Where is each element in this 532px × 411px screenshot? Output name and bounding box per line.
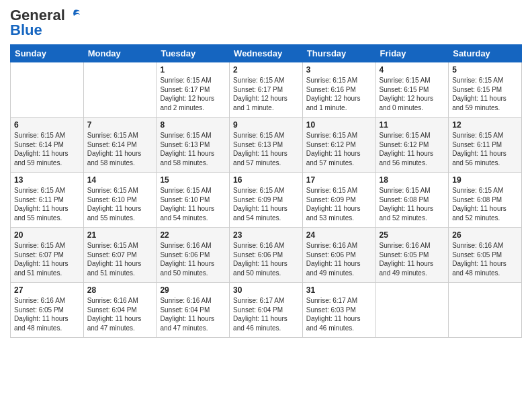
calendar-cell: 17Sunrise: 6:15 AM Sunset: 6:09 PM Dayli… — [302, 173, 375, 228]
day-info: Sunrise: 6:16 AM Sunset: 6:05 PM Dayligh… — [380, 241, 445, 277]
calendar-cell: 27Sunrise: 6:16 AM Sunset: 6:05 PM Dayli… — [11, 283, 84, 338]
calendar-cell: 24Sunrise: 6:16 AM Sunset: 6:06 PM Dayli… — [302, 228, 375, 283]
calendar-week-row: 1Sunrise: 6:15 AM Sunset: 6:17 PM Daylig… — [11, 62, 522, 118]
calendar-cell: 20Sunrise: 6:15 AM Sunset: 6:07 PM Dayli… — [11, 228, 84, 283]
day-number: 7 — [87, 120, 153, 130]
col-tuesday: Tuesday — [157, 45, 230, 62]
day-info: Sunrise: 6:15 AM Sunset: 6:11 PM Dayligh… — [14, 186, 80, 222]
calendar-cell: 2Sunrise: 6:15 AM Sunset: 6:17 PM Daylig… — [230, 62, 303, 118]
day-number: 29 — [160, 285, 226, 295]
day-info: Sunrise: 6:15 AM Sunset: 6:10 PM Dayligh… — [160, 186, 226, 222]
day-number: 25 — [380, 230, 445, 240]
day-number: 11 — [380, 120, 445, 130]
day-number: 9 — [233, 120, 299, 130]
calendar-cell: 23Sunrise: 6:16 AM Sunset: 6:06 PM Dayli… — [230, 228, 303, 283]
calendar-cell: 26Sunrise: 6:16 AM Sunset: 6:05 PM Dayli… — [449, 228, 522, 283]
day-number: 17 — [306, 175, 372, 185]
calendar-cell — [375, 283, 449, 338]
day-number: 18 — [380, 175, 445, 185]
calendar-cell — [11, 62, 84, 118]
logo: General Blue — [10, 7, 81, 39]
calendar-cell: 12Sunrise: 6:15 AM Sunset: 6:11 PM Dayli… — [449, 118, 522, 173]
calendar-week-row: 20Sunrise: 6:15 AM Sunset: 6:07 PM Dayli… — [11, 228, 522, 283]
day-number: 31 — [306, 285, 372, 295]
logo-bird-icon — [66, 8, 81, 23]
day-number: 6 — [14, 120, 80, 130]
day-info: Sunrise: 6:15 AM Sunset: 6:11 PM Dayligh… — [452, 131, 518, 167]
day-number: 12 — [452, 120, 518, 130]
day-info: Sunrise: 6:15 AM Sunset: 6:14 PM Dayligh… — [87, 131, 153, 167]
day-number: 19 — [452, 175, 518, 185]
day-number: 23 — [233, 230, 299, 240]
col-monday: Monday — [83, 45, 157, 62]
day-number: 20 — [14, 230, 80, 240]
calendar-header-row: Sunday Monday Tuesday Wednesday Thursday… — [11, 45, 522, 62]
day-info: Sunrise: 6:17 AM Sunset: 6:03 PM Dayligh… — [306, 296, 372, 332]
day-number: 14 — [87, 175, 153, 185]
calendar-cell: 19Sunrise: 6:15 AM Sunset: 6:08 PM Dayli… — [449, 173, 522, 228]
col-thursday: Thursday — [302, 45, 375, 62]
calendar-cell: 28Sunrise: 6:16 AM Sunset: 6:04 PM Dayli… — [83, 283, 157, 338]
day-number: 30 — [233, 285, 299, 295]
calendar-cell: 8Sunrise: 6:15 AM Sunset: 6:13 PM Daylig… — [157, 118, 230, 173]
calendar-cell: 11Sunrise: 6:15 AM Sunset: 6:12 PM Dayli… — [375, 118, 449, 173]
calendar-cell: 6Sunrise: 6:15 AM Sunset: 6:14 PM Daylig… — [11, 118, 84, 173]
calendar-cell: 9Sunrise: 6:15 AM Sunset: 6:13 PM Daylig… — [230, 118, 303, 173]
day-number: 15 — [160, 175, 226, 185]
calendar-cell: 18Sunrise: 6:15 AM Sunset: 6:08 PM Dayli… — [375, 173, 449, 228]
day-number: 28 — [87, 285, 153, 295]
calendar-cell: 1Sunrise: 6:15 AM Sunset: 6:17 PM Daylig… — [157, 62, 230, 118]
day-number: 4 — [380, 65, 445, 75]
day-info: Sunrise: 6:15 AM Sunset: 6:09 PM Dayligh… — [306, 186, 372, 222]
day-number: 2 — [233, 65, 299, 75]
day-info: Sunrise: 6:15 AM Sunset: 6:16 PM Dayligh… — [306, 76, 372, 112]
calendar-week-row: 6Sunrise: 6:15 AM Sunset: 6:14 PM Daylig… — [11, 118, 522, 173]
day-info: Sunrise: 6:15 AM Sunset: 6:17 PM Dayligh… — [233, 76, 299, 112]
calendar-cell: 7Sunrise: 6:15 AM Sunset: 6:14 PM Daylig… — [83, 118, 157, 173]
calendar-cell: 5Sunrise: 6:15 AM Sunset: 6:15 PM Daylig… — [449, 62, 522, 118]
calendar-week-row: 13Sunrise: 6:15 AM Sunset: 6:11 PM Dayli… — [11, 173, 522, 228]
day-info: Sunrise: 6:16 AM Sunset: 6:06 PM Dayligh… — [160, 241, 226, 277]
calendar-cell: 15Sunrise: 6:15 AM Sunset: 6:10 PM Dayli… — [157, 173, 230, 228]
day-info: Sunrise: 6:16 AM Sunset: 6:05 PM Dayligh… — [452, 241, 518, 277]
day-info: Sunrise: 6:15 AM Sunset: 6:13 PM Dayligh… — [160, 131, 226, 167]
calendar-cell: 3Sunrise: 6:15 AM Sunset: 6:16 PM Daylig… — [302, 62, 375, 118]
day-number: 26 — [452, 230, 518, 240]
day-number: 10 — [306, 120, 372, 130]
day-info: Sunrise: 6:15 AM Sunset: 6:07 PM Dayligh… — [87, 241, 153, 277]
day-info: Sunrise: 6:15 AM Sunset: 6:10 PM Dayligh… — [87, 186, 153, 222]
day-number: 3 — [306, 65, 372, 75]
logo-blue: Blue — [10, 21, 42, 39]
day-info: Sunrise: 6:15 AM Sunset: 6:12 PM Dayligh… — [306, 131, 372, 167]
calendar-cell: 30Sunrise: 6:17 AM Sunset: 6:04 PM Dayli… — [230, 283, 303, 338]
day-number: 22 — [160, 230, 226, 240]
day-info: Sunrise: 6:15 AM Sunset: 6:15 PM Dayligh… — [380, 76, 445, 112]
col-friday: Friday — [375, 45, 449, 62]
day-info: Sunrise: 6:17 AM Sunset: 6:04 PM Dayligh… — [233, 296, 299, 332]
calendar-cell: 10Sunrise: 6:15 AM Sunset: 6:12 PM Dayli… — [302, 118, 375, 173]
calendar-cell: 13Sunrise: 6:15 AM Sunset: 6:11 PM Dayli… — [11, 173, 84, 228]
day-number: 5 — [452, 65, 518, 75]
day-info: Sunrise: 6:16 AM Sunset: 6:06 PM Dayligh… — [306, 241, 372, 277]
calendar-cell: 14Sunrise: 6:15 AM Sunset: 6:10 PM Dayli… — [83, 173, 157, 228]
day-info: Sunrise: 6:15 AM Sunset: 6:08 PM Dayligh… — [380, 186, 445, 222]
col-saturday: Saturday — [449, 45, 522, 62]
calendar-cell — [449, 283, 522, 338]
calendar-cell: 31Sunrise: 6:17 AM Sunset: 6:03 PM Dayli… — [302, 283, 375, 338]
day-number: 24 — [306, 230, 372, 240]
day-number: 21 — [87, 230, 153, 240]
calendar-cell: 4Sunrise: 6:15 AM Sunset: 6:15 PM Daylig… — [375, 62, 449, 118]
day-info: Sunrise: 6:15 AM Sunset: 6:07 PM Dayligh… — [14, 241, 80, 277]
calendar-table: Sunday Monday Tuesday Wednesday Thursday… — [10, 44, 522, 338]
day-info: Sunrise: 6:16 AM Sunset: 6:05 PM Dayligh… — [14, 296, 80, 332]
col-sunday: Sunday — [11, 45, 84, 62]
col-wednesday: Wednesday — [230, 45, 303, 62]
day-info: Sunrise: 6:16 AM Sunset: 6:06 PM Dayligh… — [233, 241, 299, 277]
calendar-cell: 16Sunrise: 6:15 AM Sunset: 6:09 PM Dayli… — [230, 173, 303, 228]
day-info: Sunrise: 6:15 AM Sunset: 6:12 PM Dayligh… — [380, 131, 445, 167]
calendar-cell: 22Sunrise: 6:16 AM Sunset: 6:06 PM Dayli… — [157, 228, 230, 283]
calendar-cell — [83, 62, 157, 118]
day-info: Sunrise: 6:15 AM Sunset: 6:08 PM Dayligh… — [452, 186, 518, 222]
day-info: Sunrise: 6:16 AM Sunset: 6:04 PM Dayligh… — [160, 296, 226, 332]
day-info: Sunrise: 6:15 AM Sunset: 6:14 PM Dayligh… — [14, 131, 80, 167]
